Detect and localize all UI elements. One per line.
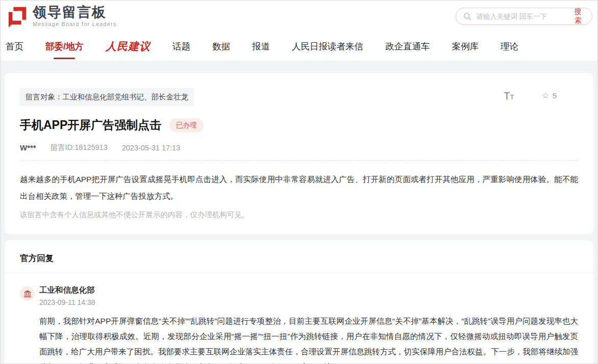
main-nav: 首页 部委/地方 人民建议 话题 数据 报道 人民日报读者来信 政企直通车 案例… (1, 32, 597, 61)
nav-item-ministries-local[interactable]: 部委/地方 (45, 40, 84, 53)
reply-datetime: 2023-09-11 14:38 (39, 298, 578, 306)
star-icon: ☆ (541, 90, 549, 101)
favorite-count: 5 (553, 91, 557, 100)
government-building-icon (23, 290, 32, 298)
message-card: 留言对象：工业和信息化部党组书记、部长金壮龙 TT ☆ 5 手机APP开屏广告强… (5, 73, 593, 234)
logo-text: 领导留言板 Message Board for Leaders (33, 6, 117, 27)
font-size-toggle[interactable]: TT (504, 91, 514, 101)
nav-item-home[interactable]: 首页 (6, 40, 23, 53)
dashed-divider (20, 160, 578, 161)
message-body: 越来越多的手机APP把开屏广告设置成摇晃手机即点击进入，而实际使用中非常容易就进… (20, 171, 578, 204)
nav-item-theory[interactable]: 理论 (501, 40, 518, 53)
site-header: 领导留言板 Message Board for Leaders 搜索 (1, 1, 597, 32)
message-title: 手机APP开屏广告强制点击 (20, 117, 161, 133)
page-background: 留言对象：工业和信息化部党组书记、部长金壮龙 TT ☆ 5 手机APP开屏广告强… (1, 61, 597, 364)
logo-subtitle: Message Board for Leaders (33, 21, 117, 27)
nav-item-reports[interactable]: 报道 (252, 40, 270, 53)
message-id: 留言ID:18125913 (51, 143, 108, 152)
search-input[interactable] (476, 13, 566, 20)
site-logo[interactable]: 领导留言板 Message Board for Leaders (7, 5, 117, 28)
reply-section-title: 官方回复 (5, 240, 593, 273)
message-tools: TT ☆ 5 (504, 90, 557, 101)
search-icon (463, 12, 471, 21)
agency-avatar (20, 286, 35, 301)
reply-body: 前期，我部针对APP开屏弹窗信息“关不掉”“乱跳转”问题进行专项整治，目前主要互… (39, 314, 578, 364)
message-target-chip: 留言对象：工业和信息化部党组书记、部长金壮龙 (20, 88, 194, 106)
nav-item-data[interactable]: 数据 (212, 40, 230, 53)
nav-item-reader-letters[interactable]: 人民日报读者来信 (292, 40, 363, 53)
nav-item-topics[interactable]: 话题 (172, 40, 190, 53)
message-datetime: 2023-05-31 17:13 (122, 144, 181, 152)
message-meta: W*** 留言ID:18125913 2023-05-31 17:13 (20, 143, 578, 152)
privacy-note: 该留言中含有个人信息或其他不便公开展示的内容，仅办理机构可见。 (20, 210, 578, 220)
nav-item-case-library[interactable]: 案例库 (452, 40, 479, 53)
message-author: W*** (20, 143, 36, 152)
reply-item: 工业和信息化部 2023-09-11 14:38 前期，我部针对APP开屏弹窗信… (5, 273, 593, 364)
logo-icon (7, 5, 28, 28)
status-badge: 已办理 (169, 118, 204, 133)
nav-item-gov-enterprise[interactable]: 政企直通车 (385, 40, 430, 53)
official-reply-card: 官方回复 工业和信息化部 2023-09-11 14:38 前期，我部针对APP… (5, 240, 593, 364)
search-button[interactable]: 搜索 (571, 7, 585, 25)
logo-title: 领导留言板 (33, 6, 117, 19)
reply-agency-name: 工业和信息化部 (39, 285, 578, 296)
search-box[interactable]: 搜索 (456, 8, 592, 25)
favorite-control[interactable]: ☆ 5 (541, 90, 557, 101)
nav-item-people-suggestions[interactable]: 人民建议 (106, 39, 151, 54)
